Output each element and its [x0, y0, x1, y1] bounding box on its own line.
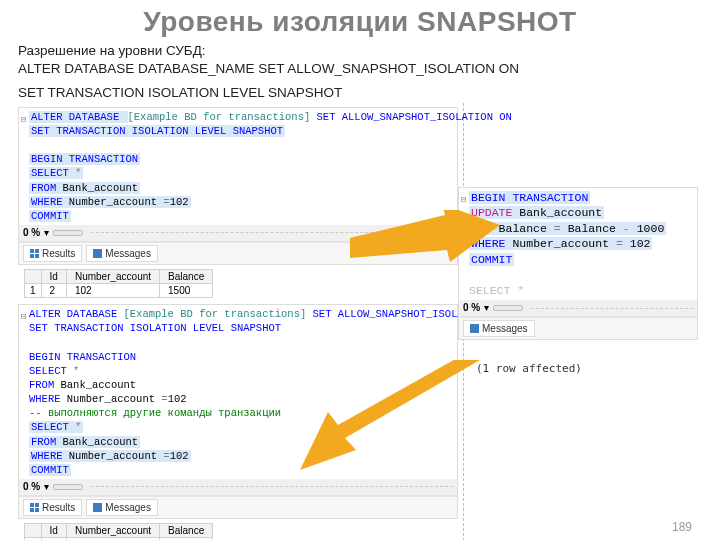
intro-block: Разрешение на уровни СУБД: ALTER DATABAS…	[18, 42, 720, 103]
result-tabs-1: Results Messages	[19, 242, 457, 265]
row-affected-message: (1 row affected)	[458, 344, 698, 375]
tab-messages[interactable]: Messages	[86, 245, 158, 263]
tab-results[interactable]: Results	[23, 499, 82, 517]
tab-messages[interactable]: Messages	[86, 499, 158, 517]
message-icon	[93, 503, 102, 512]
status-bar-1: 0 % ▾	[19, 225, 457, 242]
page-number: 189	[672, 520, 692, 534]
right-code-panel: ⊟ BEGIN TRANSACTION UPDATE Bank_account …	[458, 187, 698, 341]
result-tabs-2: Results Messages	[19, 496, 457, 519]
tab-messages[interactable]: Messages	[463, 320, 535, 338]
intro-line1: Разрешение на уровни СУБД:	[18, 42, 720, 60]
left-code-panel-2: ⊟ ALTER DATABASE [Example BD for transac…	[18, 304, 458, 519]
status-bar-2: 0 % ▾	[19, 479, 457, 496]
slide-title: Уровень изоляции SNAPSHOT	[0, 6, 720, 38]
message-icon	[470, 324, 479, 333]
grid-icon	[30, 249, 39, 258]
message-icon	[93, 249, 102, 258]
intro-line3: SET TRANSACTION ISOLATION LEVEL SNAPSHOT	[18, 84, 720, 102]
tab-results[interactable]: Results	[23, 245, 82, 263]
status-bar-r: 0 % ▾	[459, 300, 697, 317]
intro-line2: ALTER DATABASE DATABASE_NAME SET ALLOW_S…	[18, 60, 720, 78]
grid-icon	[30, 503, 39, 512]
result-table-1: IdNumber_accountBalance 121021500	[24, 269, 213, 298]
result-tabs-r: Messages	[459, 317, 697, 340]
result-table-2: IdNumber_accountBalance 121021500	[24, 523, 213, 540]
left-code-panel-1: ⊟ ALTER DATABASE [Example BD for transac…	[18, 107, 458, 265]
